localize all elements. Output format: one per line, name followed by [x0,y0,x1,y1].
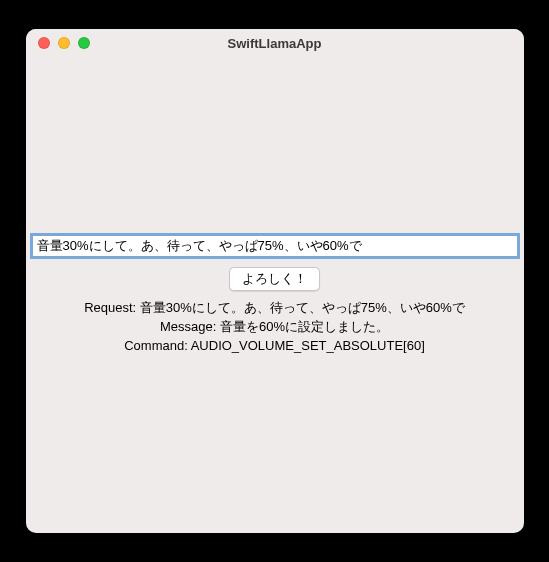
message-label: Message: [160,319,220,334]
request-label: Request: [84,300,140,315]
window-title: SwiftLlamaApp [26,36,524,51]
spacer [26,57,524,235]
button-row: よろしく！ [26,267,524,291]
command-value: AUDIO_VOLUME_SET_ABSOLUTE[60] [191,338,425,353]
content-area: よろしく！ Request: 音量30%にして。あ、待って、やっぱ75%、いや6… [26,57,524,533]
output-request: Request: 音量30%にして。あ、待って、やっぱ75%、いや60%で [26,299,524,318]
prompt-input[interactable] [32,235,518,257]
submit-button[interactable]: よろしく！ [229,267,320,291]
request-value: 音量30%にして。あ、待って、やっぱ75%、いや60%で [140,300,465,315]
output-area: Request: 音量30%にして。あ、待って、やっぱ75%、いや60%で Me… [26,299,524,356]
traffic-lights [26,37,90,49]
minimize-icon[interactable] [58,37,70,49]
message-value: 音量を60%に設定しました。 [220,319,389,334]
maximize-icon[interactable] [78,37,90,49]
app-window: SwiftLlamaApp よろしく！ Request: 音量30%にして。あ、… [26,29,524,533]
output-command: Command: AUDIO_VOLUME_SET_ABSOLUTE[60] [26,337,524,356]
titlebar: SwiftLlamaApp [26,29,524,57]
close-icon[interactable] [38,37,50,49]
output-message: Message: 音量を60%に設定しました。 [26,318,524,337]
command-label: Command: [124,338,190,353]
